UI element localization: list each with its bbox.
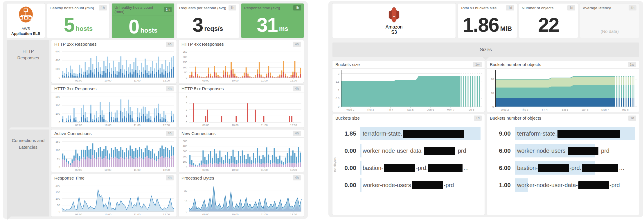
panel-http-2xx-responses: HTTP 2xx Responses4h 020040060009:0010:0… <box>51 40 177 83</box>
svg-text:09:00: 09:00 <box>202 168 209 171</box>
svg-text:50: 50 <box>57 157 60 160</box>
timerange-badge: 1w <box>628 62 636 67</box>
bucket-label: worker-node-users-prd <box>360 178 481 192</box>
http-5xx-chart[interactable]: 0123409:0010:0011:0012:00 <box>179 93 304 127</box>
stat-title: Unhealthy hosts count (max) <box>114 5 164 14</box>
bucket-name-text: bastion--prd.… <box>363 164 469 172</box>
stat-value: 5 <box>64 16 74 34</box>
svg-text:10:00: 10:00 <box>105 123 111 127</box>
y-axis-label: mebibytes <box>333 157 337 172</box>
app-name-line1: AWS <box>21 26 30 31</box>
bucket-value: 1.00 <box>496 182 515 189</box>
stat-value: 3 <box>193 16 203 34</box>
svg-text:Thu 3: Thu 3 <box>521 108 528 111</box>
stat-title: Requests per second (avg) <box>179 6 226 10</box>
panel-title[interactable]: HTTP 2xx Responses <box>54 42 97 47</box>
panel-title[interactable]: HTTP 5xx Responses <box>181 86 224 91</box>
redacted-text <box>428 164 463 172</box>
response-time-chart[interactable]: 05010015020009:0010:0011:0012:00 <box>51 182 177 217</box>
panel-title[interactable]: Buckets number of objects <box>490 62 541 67</box>
elb-chart-grid: HTTP Responses HTTP 2xx Responses4h 0200… <box>7 40 304 217</box>
http-2xx-chart[interactable]: 020040060009:0010:0011:0012:00 <box>51 48 177 83</box>
stat-unhealthy-hosts: Unhealthy hosts count (max)1h 0hosts <box>112 3 174 38</box>
http-3xx-chart[interactable]: 010020030009:0010:0011:0012:00 <box>51 93 177 127</box>
svg-text:09:00: 09:00 <box>75 168 82 171</box>
dashboard-page: AWS Application ELB Healthy hosts count … <box>0 0 644 220</box>
bucket-label: bastion--prd.… <box>360 161 481 175</box>
stat-title: Total s3 buckets size <box>460 6 497 10</box>
svg-text:150: 150 <box>183 61 187 64</box>
svg-text:600: 600 <box>55 50 60 53</box>
svg-text:09:00: 09:00 <box>202 123 209 127</box>
svg-text:0: 0 <box>186 210 187 213</box>
panel-title[interactable]: Processed Bytes <box>181 175 214 180</box>
s3-chart-row: Buckets size1w 00.511.52Wed 2Thu 3Fri 4S… <box>332 61 639 112</box>
redacted-text <box>557 130 620 138</box>
svg-text:09:00: 09:00 <box>75 213 82 216</box>
buckets-size-list: mebibytes 1.85terraform-state.0.00worker… <box>332 122 485 215</box>
svg-text:10:00: 10:00 <box>105 168 111 171</box>
svg-text:200: 200 <box>183 55 187 58</box>
svg-text:1: 1 <box>338 88 339 92</box>
panel-title[interactable]: New Connections <box>181 131 216 136</box>
redacted-text <box>582 164 618 172</box>
bucket-value: 0.00 <box>341 182 360 189</box>
stat-unit: reqs/s <box>204 25 223 33</box>
bucket-label: bastion--prd.… <box>515 161 635 175</box>
processed-bytes-chart[interactable]: 0163209:0010:0011:0012:00 <box>179 182 304 217</box>
bucket-name-text: worker-node-user-data--prd <box>363 147 466 155</box>
stat-title: Average latency <box>583 6 611 10</box>
panel-title[interactable]: Buckets size <box>335 116 360 120</box>
buckets-objects-chart[interactable]: 01020Wed 2Thu 3Fri 4Sat 5Jan 6Mon 7Tue 8 <box>487 69 639 112</box>
stat-unit: hosts <box>76 25 93 33</box>
svg-text:300: 300 <box>55 95 60 98</box>
svg-text:09:00: 09:00 <box>202 213 209 216</box>
s3-app-card: Amazon S3 <box>332 3 456 38</box>
http-4xx-chart[interactable]: 05010015020025009:0010:0011:0012:00 <box>179 48 304 83</box>
svg-text:50: 50 <box>184 71 187 74</box>
section-row-sizes[interactable]: Sizes <box>332 42 639 57</box>
panel-title[interactable]: HTTP 4xx Responses <box>181 42 224 47</box>
stat-value: 31 <box>257 16 278 34</box>
panel-title[interactable]: Active Connections <box>54 131 91 136</box>
bucket-label: worker-node-user-data--prd <box>360 144 481 157</box>
stat-unit: hosts <box>141 27 158 34</box>
panel-title[interactable]: Buckets number of objects <box>490 116 541 120</box>
bucket-name-text: worker-node-users-prd <box>363 181 454 189</box>
svg-text:2: 2 <box>186 108 187 111</box>
panel-title[interactable]: Response Time <box>54 175 84 180</box>
timerange-badge: 1h <box>99 5 107 10</box>
stat-title: Healthy hosts count (min) <box>50 6 94 10</box>
timerange-badge: 1d <box>474 116 482 121</box>
redacted-text <box>412 181 443 189</box>
svg-text:150: 150 <box>55 140 60 143</box>
timerange-badge: 4h <box>629 5 636 10</box>
bucket-value: 6.00 <box>496 147 515 154</box>
new-connections-chart[interactable]: 010020030040050009:0010:0011:0012:00 <box>179 138 304 172</box>
svg-text:12:00: 12:00 <box>163 168 170 171</box>
svg-text:200: 200 <box>55 184 60 187</box>
buckets-size-chart[interactable]: 00.511.52Wed 2Thu 3Fri 4Sat 5Jan 6Mon 7T… <box>332 69 485 112</box>
bucket-row: 0.00bastion--prd.… <box>341 161 481 175</box>
panel-title[interactable]: HTTP 3xx Responses <box>54 86 97 91</box>
section-label-text: Connections and Latencies <box>12 138 45 150</box>
bucket-name-text: terraform-state. <box>517 130 620 138</box>
svg-text:11:00: 11:00 <box>261 123 268 127</box>
panel-response-time: Response Time4h 05010015020009:0010:0011… <box>51 174 177 217</box>
panel-title[interactable]: Buckets size <box>335 62 360 67</box>
svg-text:10:00: 10:00 <box>105 213 111 216</box>
svg-text:11:00: 11:00 <box>261 213 268 216</box>
bucket-value: 1.85 <box>341 130 360 137</box>
bucket-name-text: worker-node-user-data--prd <box>517 181 620 189</box>
timerange-badge: 4h <box>293 131 301 136</box>
svg-text:200: 200 <box>183 155 187 158</box>
svg-text:100: 100 <box>183 66 187 69</box>
svg-text:200: 200 <box>55 104 60 107</box>
timerange-badge: 1d <box>506 5 514 10</box>
active-connections-chart[interactable]: 05010015009:0010:0011:0012:00 <box>51 138 177 172</box>
stat-title: Response time (avg) <box>244 6 280 10</box>
svg-text:10:00: 10:00 <box>232 79 239 82</box>
svg-text:11:00: 11:00 <box>261 168 268 171</box>
bucket-row: 1.85terraform-state. <box>341 127 481 140</box>
timerange-badge: 4h <box>166 42 174 47</box>
